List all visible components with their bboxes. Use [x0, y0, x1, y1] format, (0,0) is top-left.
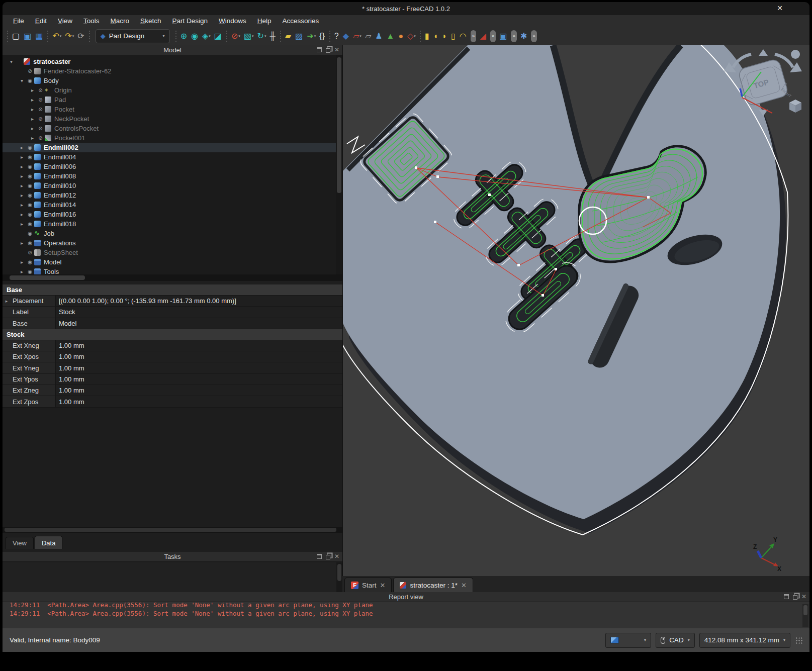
property-horizontal-scrollbar[interactable]: [3, 527, 342, 533]
property-row-ext-yneg[interactable]: Ext Yneg 1.00 mm: [3, 362, 342, 373]
visibility-icon[interactable]: ◉: [26, 231, 34, 236]
visibility-icon[interactable]: ◉: [26, 202, 34, 208]
boolean-icon[interactable]: ✱: [519, 29, 529, 43]
group-icon[interactable]: ▨: [294, 29, 305, 43]
expander-icon[interactable]: ▸: [29, 97, 36, 103]
undo-icon[interactable]: ↶▾: [51, 29, 63, 43]
3d-viewport[interactable]: TOP RIGHT X Y Z: [342, 45, 809, 576]
float-icon[interactable]: [793, 595, 797, 600]
tree-vertical-scrollbar[interactable]: [336, 55, 342, 274]
hole-icon[interactable]: ▯: [449, 29, 458, 43]
property-row-base[interactable]: Base Model: [3, 318, 342, 329]
expander-icon[interactable]: ▸: [18, 259, 26, 265]
property-row-ext-xneg[interactable]: Ext Xneg 1.00 mm: [3, 340, 342, 351]
tree-item[interactable]: ◉ Job: [3, 229, 336, 238]
property-group-stock[interactable]: Stock: [3, 329, 342, 340]
menu-part-design[interactable]: Part Design: [167, 16, 212, 26]
menu-help[interactable]: Help: [253, 16, 276, 26]
visibility-icon[interactable]: ⊘: [36, 116, 45, 122]
visibility-icon[interactable]: ◉: [26, 269, 34, 274]
menu-file[interactable]: File: [9, 16, 29, 26]
whats-this-icon[interactable]: ?: [333, 29, 341, 43]
toolbar-overflow-button[interactable]: »: [531, 30, 537, 42]
box-element-select-icon[interactable]: ▧▾: [242, 29, 255, 43]
visibility-icon[interactable]: ◉: [26, 173, 34, 179]
tasks-panel-header[interactable]: Tasks ✕: [3, 552, 342, 562]
property-row-label[interactable]: Label Stock: [3, 307, 342, 318]
expander-icon[interactable]: ▸: [29, 126, 36, 131]
expander-icon[interactable]: ▸: [29, 135, 36, 141]
addon-icon[interactable]: ●: [397, 29, 405, 43]
menu-edit[interactable]: Edit: [31, 16, 51, 26]
tree-item[interactable]: ▸ ◉ Endmill006: [3, 162, 336, 171]
notification-dropdown[interactable]: ▾: [605, 633, 651, 648]
float-icon[interactable]: [326, 555, 330, 559]
menu-view[interactable]: View: [53, 16, 77, 26]
visibility-icon[interactable]: ◉: [26, 221, 34, 227]
tab-start[interactable]: F Start ✕: [344, 578, 392, 592]
clipping-plane-icon[interactable]: ⊘▾: [230, 29, 242, 43]
tree-item[interactable]: ▸ ⊘ Pocket: [3, 105, 336, 114]
isometric-view-icon[interactable]: ◈▾: [201, 29, 212, 43]
nav-up-arrow[interactable]: [759, 49, 768, 56]
menu-tools[interactable]: Tools: [79, 16, 104, 26]
tree-item[interactable]: ▸ ◉ Endmill008: [3, 171, 336, 181]
visibility-icon[interactable]: ⊘: [26, 68, 34, 74]
expander-icon[interactable]: ▸: [18, 212, 26, 217]
nav-sphere-button[interactable]: [791, 50, 800, 59]
expander-icon[interactable]: ▸: [18, 202, 26, 208]
map-sketch-icon[interactable]: ▲: [385, 29, 397, 43]
tree-item[interactable]: ▾ ◉ Body: [3, 76, 336, 85]
tree-item[interactable]: ▸ ◉ Endmill016: [3, 210, 336, 219]
expander-icon[interactable]: ▸: [18, 154, 26, 160]
create-sketch-icon[interactable]: ▱▾: [351, 29, 363, 43]
title-bar[interactable]: * stratocaster - FreeCAD 1.0.2 ✕: [3, 2, 809, 15]
tree-item[interactable]: ▸ ◉ Endmill004: [3, 152, 336, 162]
close-icon[interactable]: ✕: [334, 554, 339, 559]
menu-sketch[interactable]: Sketch: [136, 16, 165, 26]
toolbar-overflow-button[interactable]: »: [511, 30, 517, 42]
visibility-icon[interactable]: ⊘: [36, 97, 45, 103]
tree-item[interactable]: ▸ ◉ Endmill018: [3, 219, 336, 229]
tree-item[interactable]: ▸ ◉ Model: [3, 257, 336, 267]
tree-item[interactable]: ▸ ⊘ Origin: [3, 85, 336, 95]
property-group-base[interactable]: Base: [3, 284, 342, 296]
tree-item[interactable]: ▸ ◉ Endmill002: [3, 143, 336, 152]
property-row-placement[interactable]: ▸ Placement [(0.00 0.00 1.00); 0.00 °; (…: [3, 296, 342, 307]
visibility-icon[interactable]: ◉: [26, 240, 34, 246]
model-tree[interactable]: ▾ stratocaster ⊘ Fender-Stratocaster-62 …: [3, 55, 336, 274]
expander-icon[interactable]: ▸: [18, 173, 26, 179]
sketch-tools-icon[interactable]: ◇▾: [406, 29, 417, 43]
expander-icon[interactable]: ▾: [8, 59, 15, 64]
export-icon[interactable]: ➜▾: [305, 29, 317, 43]
visibility-icon[interactable]: ◉: [26, 193, 34, 198]
3d-scene[interactable]: [343, 45, 809, 576]
new-document-icon[interactable]: ▢: [11, 29, 22, 43]
visibility-icon[interactable]: ⊘: [36, 87, 45, 93]
open-document-icon[interactable]: ▣: [22, 29, 33, 43]
property-row-ext-zpos[interactable]: Ext Zpos 1.00 mm: [3, 396, 342, 407]
measure-icon[interactable]: ╫: [268, 29, 277, 43]
visibility-icon[interactable]: ⊘: [36, 107, 45, 112]
expander-icon[interactable]: ▸: [18, 183, 26, 188]
visibility-icon[interactable]: ◉: [26, 164, 34, 169]
view-refresh-icon[interactable]: ↻▾: [256, 29, 268, 43]
tree-item[interactable]: ▸ ◉ Endmill014: [3, 200, 336, 210]
visibility-icon[interactable]: ◉: [26, 183, 34, 188]
workbench-selector[interactable]: ◆ Part Design ▾: [96, 29, 170, 43]
expander-icon[interactable]: ▸: [18, 145, 26, 150]
tab-view[interactable]: View: [6, 537, 34, 549]
zoom-selection-icon[interactable]: ◉: [190, 29, 200, 43]
dock-icon[interactable]: [317, 554, 322, 559]
visibility-icon[interactable]: ◉: [26, 212, 34, 217]
expander-icon[interactable]: ▸: [18, 221, 26, 227]
expander-icon[interactable]: ▸: [3, 296, 11, 306]
save-document-icon[interactable]: ▦: [34, 29, 45, 43]
visibility-icon[interactable]: ⊘: [26, 250, 34, 255]
tasks-scrollbar[interactable]: [336, 562, 342, 592]
nav-mini-cube-button[interactable]: [789, 100, 801, 113]
chamfer-icon[interactable]: ◢: [478, 29, 488, 43]
expander-icon[interactable]: ▾: [18, 78, 26, 83]
tree-item[interactable]: ⊘ Fender-Stratocaster-62: [3, 66, 336, 76]
edit-sketch-icon[interactable]: ▱: [364, 29, 373, 43]
